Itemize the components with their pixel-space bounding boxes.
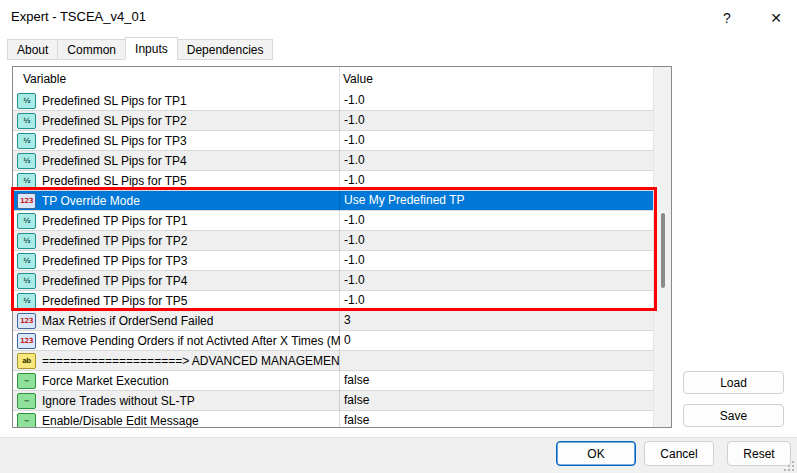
variable-label: Predefined SL Pips for TP5 xyxy=(42,174,187,188)
scrollbar-thumb[interactable] xyxy=(661,213,665,288)
double-type-icon: ½ xyxy=(17,273,36,289)
variable-cell[interactable]: ½Predefined SL Pips for TP2 xyxy=(13,111,340,130)
table-row[interactable]: 123Max Retries if OrderSend Failed3 xyxy=(13,311,671,331)
value-cell[interactable]: 3 xyxy=(340,311,656,330)
double-type-icon: ½ xyxy=(17,133,36,149)
double-type-icon: ½ xyxy=(17,233,36,249)
table-row[interactable]: ½Predefined SL Pips for TP5-1.0 xyxy=(13,171,671,191)
double-type-icon: ½ xyxy=(17,253,36,269)
variable-label: Ignore Trades without SL-TP xyxy=(42,394,195,408)
variable-label: Predefined SL Pips for TP4 xyxy=(42,154,187,168)
table-row[interactable]: ½Predefined TP Pips for TP5-1.0 xyxy=(13,291,671,311)
bool-type-icon: ~ xyxy=(17,393,36,409)
value-cell[interactable]: -1.0 xyxy=(340,211,656,230)
table-body: ½Predefined SL Pips for TP1-1.0½Predefin… xyxy=(13,91,671,428)
variable-label: Predefined TP Pips for TP5 xyxy=(42,294,187,308)
double-type-icon: ½ xyxy=(17,213,36,229)
variable-cell[interactable]: ½Predefined TP Pips for TP5 xyxy=(13,291,340,310)
table-row[interactable]: ½Predefined SL Pips for TP2-1.0 xyxy=(13,111,671,131)
load-button[interactable]: Load xyxy=(683,371,784,394)
variable-label: Predefined TP Pips for TP3 xyxy=(42,254,187,268)
variable-label: TP Override Mode xyxy=(42,194,140,208)
value-cell[interactable]: Use My Predefined TP xyxy=(340,191,656,210)
variable-label: Predefined TP Pips for TP1 xyxy=(42,214,187,228)
variable-cell[interactable]: ab====================> ADVANCED MANAGEM… xyxy=(13,351,340,370)
variable-cell[interactable]: ½Predefined SL Pips for TP4 xyxy=(13,151,340,170)
variable-cell[interactable]: 123Max Retries if OrderSend Failed xyxy=(13,311,340,330)
save-button[interactable]: Save xyxy=(683,404,784,427)
variable-label: Predefined TP Pips for TP4 xyxy=(42,274,187,288)
value-cell[interactable]: false xyxy=(340,371,656,390)
variable-cell[interactable]: ~Enable/Disable Edit Message xyxy=(13,411,340,428)
tab-strip: AboutCommonInputsDependencies xyxy=(7,37,272,60)
variable-cell[interactable]: ½Predefined SL Pips for TP1 xyxy=(13,91,340,110)
double-type-icon: ½ xyxy=(17,113,36,129)
variable-cell[interactable]: 123TP Override Mode xyxy=(13,191,340,210)
tab-about[interactable]: About xyxy=(7,39,58,60)
value-cell[interactable]: -1.0 xyxy=(340,291,656,310)
integer-type-icon: 123 xyxy=(17,333,36,349)
variable-cell[interactable]: ½Predefined TP Pips for TP3 xyxy=(13,251,340,270)
value-cell[interactable]: -1.0 xyxy=(340,111,656,130)
value-cell[interactable]: -1.0 xyxy=(340,271,656,290)
table-row[interactable]: ½Predefined TP Pips for TP4-1.0 xyxy=(13,271,671,291)
variable-cell[interactable]: ½Predefined TP Pips for TP4 xyxy=(13,271,340,290)
value-cell[interactable]: 0 xyxy=(340,331,656,350)
scrollbar[interactable] xyxy=(653,67,671,427)
variable-label: Predefined SL Pips for TP3 xyxy=(42,134,187,148)
value-cell[interactable]: -1.0 xyxy=(340,231,656,250)
reset-button[interactable]: Reset xyxy=(727,441,791,466)
close-icon[interactable]: ✕ xyxy=(763,6,789,30)
double-type-icon: ½ xyxy=(17,153,36,169)
value-cell[interactable]: false xyxy=(340,411,656,428)
help-icon[interactable]: ? xyxy=(714,6,740,30)
value-cell[interactable]: -1.0 xyxy=(340,91,656,110)
table-header: Variable Value xyxy=(13,67,671,91)
table-row[interactable]: ½Predefined TP Pips for TP3-1.0 xyxy=(13,251,671,271)
value-cell[interactable]: false xyxy=(340,391,656,410)
tab-common[interactable]: Common xyxy=(57,39,126,60)
table-row[interactable]: ~Force Market Executionfalse xyxy=(13,371,671,391)
column-header-value: Value xyxy=(343,67,373,91)
variable-label: Remove Pending Orders if not Activted Af… xyxy=(42,334,340,348)
table-row[interactable]: ½Predefined SL Pips for TP1-1.0 xyxy=(13,91,671,111)
variable-label: Predefined SL Pips for TP1 xyxy=(42,94,187,108)
double-type-icon: ½ xyxy=(17,173,36,189)
variable-cell[interactable]: ~Ignore Trades without SL-TP xyxy=(13,391,340,410)
table-row[interactable]: ½Predefined TP Pips for TP2-1.0 xyxy=(13,231,671,251)
window-title: Expert - TSCEA_v4_01 xyxy=(11,9,146,24)
table-row[interactable]: ½Predefined SL Pips for TP3-1.0 xyxy=(13,131,671,151)
double-type-icon: ½ xyxy=(17,293,36,309)
cancel-button[interactable]: Cancel xyxy=(644,441,714,466)
value-cell[interactable]: -1.0 xyxy=(340,151,656,170)
variable-cell[interactable]: 123Remove Pending Orders if not Activted… xyxy=(13,331,340,350)
value-cell[interactable] xyxy=(340,351,656,370)
variable-label: Max Retries if OrderSend Failed xyxy=(42,314,213,328)
variable-cell[interactable]: ½Predefined SL Pips for TP3 xyxy=(13,131,340,150)
integer-type-icon: 123 xyxy=(17,313,36,329)
value-cell[interactable]: -1.0 xyxy=(340,171,656,190)
tab-inputs[interactable]: Inputs xyxy=(125,37,178,60)
variable-cell[interactable]: ½Predefined TP Pips for TP1 xyxy=(13,211,340,230)
table-row[interactable]: ½Predefined SL Pips for TP4-1.0 xyxy=(13,151,671,171)
column-divider[interactable] xyxy=(339,67,340,427)
variable-label: Enable/Disable Edit Message xyxy=(42,414,199,428)
table-row[interactable]: 123TP Override ModeUse My Predefined TP xyxy=(13,191,671,211)
variable-cell[interactable]: ½Predefined SL Pips for TP5 xyxy=(13,171,340,190)
title-bar: Expert - TSCEA_v4_01 ? ✕ xyxy=(0,0,797,36)
inputs-table: Variable Value ½Predefined SL Pips for T… xyxy=(12,66,672,428)
variable-label: Predefined TP Pips for TP2 xyxy=(42,234,187,248)
table-row[interactable]: ½Predefined TP Pips for TP1-1.0 xyxy=(13,211,671,231)
table-row[interactable]: ~Enable/Disable Edit Messagefalse xyxy=(13,411,671,428)
variable-label: Predefined SL Pips for TP2 xyxy=(42,114,187,128)
variable-cell[interactable]: ~Force Market Execution xyxy=(13,371,340,390)
table-row[interactable]: ~Ignore Trades without SL-TPfalse xyxy=(13,391,671,411)
table-row[interactable]: ab====================> ADVANCED MANAGEM… xyxy=(13,351,671,371)
value-cell[interactable]: -1.0 xyxy=(340,251,656,270)
ok-button[interactable]: OK xyxy=(556,441,636,466)
tab-dependencies[interactable]: Dependencies xyxy=(177,39,274,60)
table-row[interactable]: 123Remove Pending Orders if not Activted… xyxy=(13,331,671,351)
variable-cell[interactable]: ½Predefined TP Pips for TP2 xyxy=(13,231,340,250)
value-cell[interactable]: -1.0 xyxy=(340,131,656,150)
expert-properties-dialog: Expert - TSCEA_v4_01 ? ✕ AboutCommonInpu… xyxy=(0,0,797,473)
